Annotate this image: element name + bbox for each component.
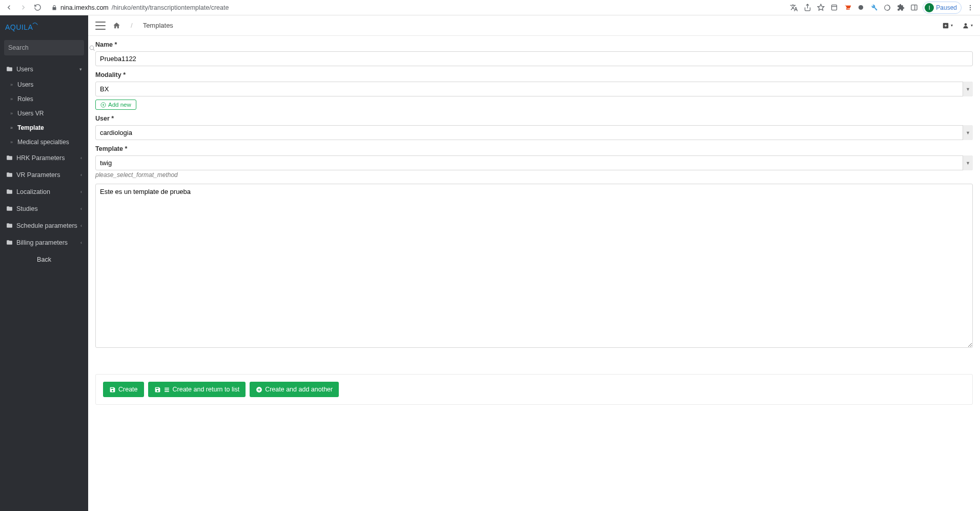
save-icon [109, 386, 116, 393]
nav-group-hrk-parameters[interactable]: HRK Parameters ‹ [0, 149, 88, 166]
nav-forward-icon[interactable] [17, 2, 29, 13]
plus-circle-icon [256, 386, 262, 393]
topbar-user-button[interactable]: ▾ [962, 22, 973, 29]
name-label: Name * [95, 41, 973, 48]
folder-icon [6, 205, 14, 212]
nav-label: VR Parameters [16, 171, 60, 179]
profile-paused-pill[interactable]: I Paused [923, 2, 962, 14]
url-path: /hiruko/entity/transcriptiontemplate/cre… [112, 4, 229, 11]
caret-down-icon: ▾ [951, 23, 953, 28]
nav-group-users[interactable]: Users ▾ [0, 61, 88, 77]
chevron-left-icon: ‹ [80, 206, 82, 211]
nav-group-billing-parameters[interactable]: Billing parameters ‹ [0, 234, 88, 251]
paused-label: Paused [936, 4, 957, 11]
svg-rect-6 [911, 5, 917, 10]
plus-circle-icon [100, 102, 106, 108]
address-bar[interactable]: nina.imexhs.com/hiruko/entity/transcript… [46, 4, 786, 11]
home-icon[interactable] [113, 22, 120, 29]
brand-logo[interactable]: AQUILA [0, 15, 88, 36]
chevron-right-icon: » [10, 82, 17, 87]
actions-panel: Create Create and return to list Create … [95, 374, 973, 405]
share-icon[interactable] [803, 3, 812, 12]
folder-icon [6, 171, 14, 178]
extensions-puzzle-icon[interactable] [896, 3, 905, 12]
template-select[interactable] [95, 155, 973, 170]
nav-label: Schedule parameters [16, 222, 77, 229]
create-return-button[interactable]: Create and return to list [148, 382, 246, 397]
sidebar: AQUILA Users ▾ » Users » Roles » Us [0, 15, 88, 511]
svg-point-8 [970, 5, 971, 6]
template-label: Template * [95, 145, 973, 152]
ext-circle-icon[interactable] [883, 3, 892, 12]
sidebar-item-label: Template [17, 124, 44, 131]
chevron-left-icon: ‹ [80, 172, 82, 178]
profile-avatar: I [925, 3, 934, 12]
panel-toggle-icon[interactable] [909, 3, 918, 12]
nav-group-localization[interactable]: Localization ‹ [0, 183, 88, 200]
svg-marker-1 [818, 4, 824, 10]
svg-rect-22 [165, 391, 169, 392]
topbar-add-button[interactable]: ▾ [942, 22, 953, 29]
hamburger-menu-icon[interactable] [95, 22, 106, 30]
save-icon [154, 386, 161, 393]
svg-rect-21 [165, 389, 169, 390]
folder-icon [6, 222, 14, 229]
sidebar-item-medical-specialties[interactable]: » Medical specialties [0, 135, 88, 149]
breadcrumb-separator: / [128, 22, 136, 29]
nav-back-icon[interactable] [3, 2, 14, 13]
user-select[interactable] [95, 125, 973, 140]
template-body-textarea[interactable] [95, 184, 973, 348]
svg-point-10 [970, 9, 971, 10]
nav-group-studies[interactable]: Studies ‹ [0, 200, 88, 217]
chevron-left-icon: ‹ [80, 189, 82, 194]
create-button[interactable]: Create [103, 382, 144, 397]
ext-dot-icon[interactable] [856, 3, 865, 12]
nav-reload-icon[interactable] [32, 2, 43, 13]
sidebar-item-label: Users [17, 81, 33, 88]
chevron-down-icon: ▾ [79, 67, 82, 72]
nav-label: Users [16, 66, 33, 73]
nav-group-schedule-parameters[interactable]: Schedule parameters ‹ [0, 217, 88, 234]
main-content: / Templates ▾ ▾ Name * Modality * [88, 15, 980, 511]
sidebar-back-button[interactable]: Back [0, 251, 88, 268]
sidebar-item-label: Medical specialties [17, 139, 69, 146]
nav-label: Localization [16, 188, 50, 195]
chevron-right-icon: » [10, 96, 17, 102]
search-input[interactable] [8, 44, 89, 51]
chevron-left-icon: ‹ [80, 155, 82, 161]
sidebar-item-template[interactable]: » Template [0, 121, 88, 135]
ext-cart-icon[interactable] [843, 3, 852, 12]
create-add-another-button[interactable]: Create and add another [250, 382, 339, 397]
modality-select[interactable] [95, 82, 973, 96]
caret-down-icon: ▾ [971, 23, 973, 28]
kebab-menu-icon[interactable] [966, 3, 975, 12]
add-new-button[interactable]: Add new [95, 100, 136, 110]
ext-reader-icon[interactable] [829, 3, 839, 12]
lock-icon [51, 5, 57, 11]
modality-label: Modality * [95, 71, 973, 78]
ext-wrench-icon[interactable] [869, 3, 879, 12]
breadcrumb-page[interactable]: Templates [143, 22, 173, 29]
nav-label: Billing parameters [16, 239, 68, 246]
brand-swoosh-icon [31, 23, 38, 28]
sidebar-item-label: Roles [17, 95, 33, 103]
svg-point-4 [859, 5, 863, 10]
folder-icon [6, 188, 14, 195]
name-input[interactable] [95, 51, 973, 66]
folder-icon [6, 154, 14, 161]
list-icon [164, 386, 170, 393]
chevron-right-icon: » [10, 140, 17, 145]
nav-group-vr-parameters[interactable]: VR Parameters ‹ [0, 166, 88, 183]
sidebar-item-roles[interactable]: » Roles [0, 92, 88, 106]
add-new-label: Add new [108, 102, 131, 108]
sidebar-search[interactable] [4, 40, 84, 55]
sidebar-item-users-vr[interactable]: » Users VR [0, 106, 88, 121]
chevron-left-icon: ‹ [80, 223, 82, 228]
sidebar-item-users[interactable]: » Users [0, 77, 88, 92]
bookmark-star-icon[interactable] [816, 3, 825, 12]
svg-point-16 [965, 23, 967, 26]
chevron-right-icon: » [10, 111, 17, 116]
sidebar-item-label: Users VR [17, 110, 44, 117]
svg-rect-2 [831, 5, 836, 10]
translate-icon[interactable] [789, 3, 799, 12]
